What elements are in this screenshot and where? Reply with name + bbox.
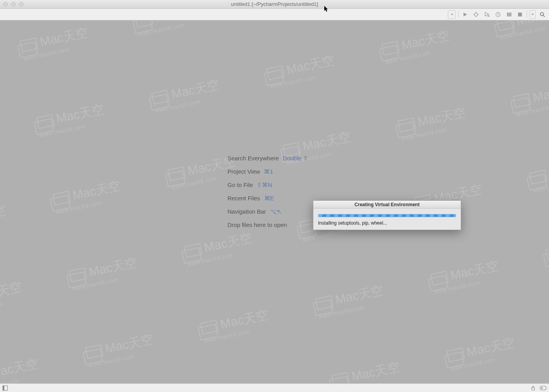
chevron-down-icon [531,13,534,16]
hint-search-everywhere: Search Everywhere Double ⇧ [227,155,308,162]
status-lock-button[interactable] [531,385,536,390]
threads-icon [506,12,512,17]
empty-state-hints: Search Everywhere Double ⇧ Project View … [227,155,308,228]
hint-shortcut: ⌘1 [264,168,273,175]
svg-rect-6 [507,13,508,16]
search-everywhere-button[interactable] [538,10,547,19]
hint-label: Recent Files [227,195,260,201]
tool-window-toggle[interactable] [2,385,8,391]
hint-project-view: Project View ⌘1 [227,168,308,175]
toolbar-separator [527,11,527,18]
hint-label: Drop files here to open [227,221,287,228]
window-controls [3,2,24,7]
minimize-window-button[interactable] [11,2,16,7]
hint-drop-files: Drop files here to open [227,221,308,228]
toolbar [0,9,549,20]
hint-label: Go to File [227,181,253,188]
play-icon [463,12,467,17]
search-icon [540,12,545,17]
clock-icon [495,12,501,17]
svg-rect-8 [510,13,511,16]
hint-navigation-bar: Navigation Bar ⌥↖ [227,208,308,215]
svg-point-0 [474,13,478,16]
hint-recent-files: Recent Files ⌘E [227,195,308,202]
editor-area[interactable]: Mac天空www.mac69.com Mac天空www.mac69.com Ma… [0,20,549,383]
hint-label: Search Everywhere [227,155,279,162]
hint-label: Project View [227,168,260,175]
dialog-body: Installing setuptools, pip, wheel... [313,209,461,230]
svg-rect-14 [532,388,534,390]
coverage-icon [484,12,490,17]
hint-shortcut: ⌘E [264,195,274,201]
inspector-icon [540,385,547,391]
profile-button[interactable] [494,10,502,19]
svg-point-16 [541,387,543,389]
chevron-down-icon [451,13,454,16]
debug-button[interactable] [472,10,480,19]
coverage-button[interactable] [483,10,491,19]
layout-dropdown[interactable] [529,10,536,19]
run-button[interactable] [461,10,469,19]
window-title: untitled1 [~/PycharmProjects/untitled1] [0,1,549,7]
close-window-button[interactable] [3,2,8,7]
concurrency-button[interactable] [505,10,513,19]
run-config-dropdown[interactable] [448,10,456,19]
toolbar-separator [458,11,458,18]
status-bar [0,383,549,392]
svg-rect-15 [540,386,546,390]
svg-rect-7 [509,13,510,16]
zoom-window-button[interactable] [19,2,24,7]
progress-dialog: Creating Virtual Environment Installing … [313,200,461,230]
svg-line-11 [543,15,545,17]
stop-button[interactable] [516,10,524,19]
titlebar: untitled1 [~/PycharmProjects/untitled1] [0,0,549,9]
hint-go-to-file: Go to File ⇧⌘N [227,181,308,189]
svg-rect-9 [518,13,522,16]
progress-fill [318,214,456,217]
status-inspector-button[interactable] [540,385,547,391]
layout-icon [2,385,8,391]
hint-label: Navigation Bar [227,208,266,215]
svg-rect-13 [3,386,4,390]
hint-shortcut: ⇧⌘N [257,181,272,188]
dialog-title: Creating Virtual Environment [313,201,461,209]
progress-bar [318,214,456,217]
lock-icon [531,385,536,390]
dialog-status-text: Installing setuptools, pip, wheel... [318,220,456,226]
stop-icon [518,12,522,17]
hint-shortcut: ⌥↖ [270,208,282,215]
hint-shortcut: Double ⇧ [283,155,308,162]
svg-point-10 [540,13,544,16]
bug-icon [473,12,479,17]
